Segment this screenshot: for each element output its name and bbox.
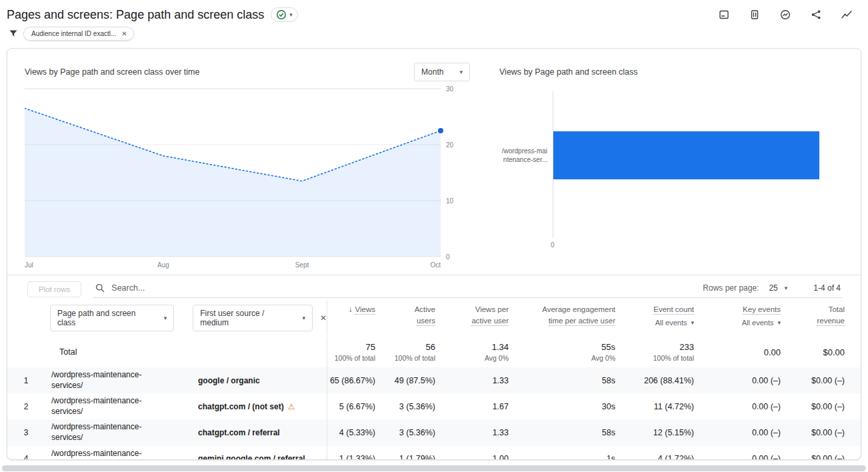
cell-total-revenue: $0.00 (–) — [781, 454, 861, 460]
cell-total-revenue: $0.00 (–) — [781, 376, 861, 385]
svg-text:Aug: Aug — [157, 261, 169, 269]
views-bar[interactable] — [553, 131, 819, 179]
summary-card-button[interactable] — [717, 8, 731, 21]
cell-key-events: 0.00 (–) — [694, 428, 781, 437]
bar-category-column: /wordpress-mai ntenance-ser... — [499, 91, 553, 238]
share-button[interactable] — [809, 8, 823, 21]
toolbar-icons — [717, 8, 857, 21]
filter-chip[interactable]: Audience internal ID exactl... ✕ — [23, 27, 134, 41]
row-number: 3 — [7, 428, 45, 437]
remove-dimension-button[interactable]: ✕ — [320, 313, 327, 323]
total-label: Total — [7, 337, 327, 367]
cell-event-count: 12 (5.15%) — [615, 428, 694, 437]
cell-views-per-active-user: 1.67 — [435, 402, 509, 411]
views-over-time-chart: Views by Page path and screen class over… — [25, 62, 470, 272]
cell-views-per-active-user: 1.33 — [435, 428, 509, 437]
cell-views: 65 (86.67%) — [327, 376, 375, 385]
cell-key-events: 0.00 (–) — [694, 376, 781, 385]
filter-icon — [8, 28, 19, 39]
row-number: 1 — [7, 376, 45, 385]
column-header-views[interactable]: ↓Views — [327, 301, 375, 315]
chevron-down-icon: ▾ — [289, 12, 293, 18]
warning-icon: ⚠ — [288, 402, 295, 411]
line-chart-header: Views by Page path and screen class over… — [25, 62, 470, 82]
line-chart-plot[interactable]: 0102030JulAugSeptOct — [25, 85, 467, 271]
plot-rows-button[interactable]: Plot rows — [27, 281, 81, 297]
page-path-cell: /wordpress-maintenance-services/ — [45, 446, 171, 460]
cell-avg-engagement-time: 58s — [509, 376, 615, 385]
svg-text:Jul: Jul — [25, 261, 33, 269]
report-status-pill[interactable]: ▾ — [271, 7, 298, 22]
granularity-value: Month — [421, 67, 443, 77]
total-event-count: 233100% of total — [615, 342, 694, 362]
page-title: Pages and screens: Page path and screen … — [7, 8, 264, 22]
cell-avg-engagement-time: 30s — [509, 402, 615, 411]
search-icon — [95, 283, 105, 293]
bar-plot-area: 0 — [553, 91, 841, 238]
cell-key-events: 0.00 (–) — [694, 402, 781, 411]
svg-text:Sept: Sept — [295, 261, 309, 269]
table-section: Plot rows Rows per page: 25 ▾ 1-4 of 4 — [7, 275, 861, 460]
column-filter-key-events[interactable]: All events▾ — [742, 318, 781, 329]
svg-text:0: 0 — [446, 253, 450, 261]
pagination-info: 1-4 of 4 — [813, 283, 841, 293]
scrollbar-thumb[interactable] — [2, 465, 866, 471]
svg-text:20: 20 — [446, 141, 454, 149]
cell-active-users: 1 (1.79%) — [375, 454, 435, 460]
total-views: 75100% of total — [327, 342, 375, 362]
insights-button[interactable] — [779, 8, 792, 21]
table-row[interactable]: 3/wordpress-maintenance-services/chatgpt… — [7, 419, 861, 445]
primary-dimension-select[interactable]: Page path and screen class ▾ — [50, 305, 174, 331]
chevron-down-icon: ▾ — [302, 315, 305, 321]
charts-section: Views by Page path and screen class over… — [7, 49, 861, 275]
data-table: Page path and screen class ▾ First user … — [7, 298, 861, 460]
table-total-row: Total 75100% of total56100% of total1.34… — [7, 337, 861, 367]
cell-key-events: 0.00 (–) — [694, 454, 781, 460]
check-circle-icon — [276, 9, 287, 20]
column-header-views-per-active-user[interactable]: Views peractive user — [435, 301, 509, 326]
column-header-avg-engagement-time[interactable]: Average engagementtime per active user — [509, 301, 615, 326]
rows-per-page-select[interactable]: 25 ▾ — [769, 283, 787, 293]
dimension-controls: Page path and screen class ▾ First user … — [7, 301, 327, 335]
close-icon[interactable]: ✕ — [121, 30, 127, 37]
source-medium-cell: google / organic — [171, 367, 327, 393]
source-medium-cell: chatgpt.com / (not set)⚠ — [171, 393, 327, 419]
search-bar: Rows per page: 25 ▾ 1-4 of 4 — [93, 281, 842, 298]
granularity-select[interactable]: Month ▾ — [414, 63, 470, 81]
total-active-users: 56100% of total — [375, 342, 435, 362]
ga-pages-screens-report: Pages and screens: Page path and screen … — [0, 0, 868, 460]
cell-views: 4 (5.33%) — [327, 428, 375, 437]
compare-icon — [749, 9, 761, 21]
chevron-down-icon: ▾ — [459, 69, 463, 75]
comparison-button[interactable] — [748, 8, 761, 21]
bar-chart-title: Views by Page path and screen class — [499, 67, 638, 77]
page-path-cell: /wordpress-maintenance-services/ — [45, 419, 171, 445]
primary-dimension-label: Page path and screen class — [57, 309, 155, 327]
column-header-total-revenue[interactable]: Totalrevenue — [781, 301, 861, 326]
search-input[interactable] — [111, 283, 697, 293]
cell-event-count: 206 (88.41%) — [615, 376, 694, 385]
horizontal-scrollbar[interactable] — [2, 465, 866, 471]
table-row[interactable]: 1/wordpress-maintenance-services/google … — [7, 367, 861, 393]
chevron-down-icon: ▾ — [785, 285, 788, 291]
secondary-dimension-select[interactable]: First user source / medium ▾ — [193, 305, 313, 331]
trend-icon — [841, 9, 853, 21]
column-filter-event-count[interactable]: All events▾ — [655, 318, 694, 329]
table-row[interactable]: 2/wordpress-maintenance-services/chatgpt… — [7, 393, 861, 419]
cell-active-users: 3 (5.36%) — [375, 402, 435, 411]
cell-event-count: 11 (4.72%) — [615, 402, 694, 411]
source-medium-cell: chatgpt.com / referral — [171, 419, 327, 445]
cell-views-per-active-user: 1.33 — [435, 376, 509, 385]
table-row[interactable]: 4/wordpress-maintenance-services/gemini.… — [7, 446, 861, 460]
explore-button[interactable] — [840, 8, 853, 21]
secondary-dimension-label: First user source / medium — [200, 309, 293, 327]
column-header-key-events[interactable]: Key eventsAll events▾ — [694, 301, 781, 329]
table-header-row: Page path and screen class ▾ First user … — [7, 301, 861, 335]
cell-active-users: 3 (5.36%) — [375, 428, 435, 437]
cell-total-revenue: $0.00 (–) — [781, 428, 861, 437]
total-total-revenue: $0.00 — [781, 347, 861, 357]
column-header-active-users[interactable]: Activeusers — [375, 301, 435, 326]
cell-views: 1 (1.33%) — [327, 454, 375, 460]
bar-chart-header: Views by Page path and screen class — [499, 62, 841, 82]
column-header-event-count[interactable]: Event countAll events▾ — [615, 301, 694, 329]
